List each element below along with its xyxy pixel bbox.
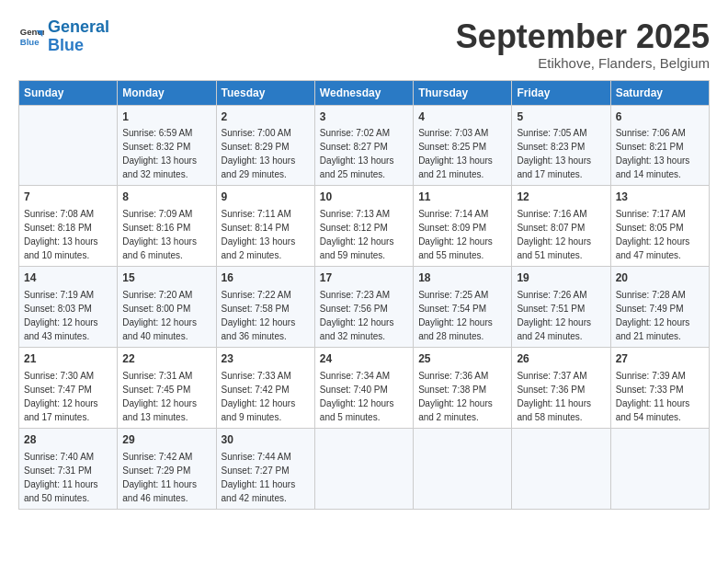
calendar-cell: 10Sunrise: 7:13 AM Sunset: 8:12 PM Dayli…: [314, 186, 413, 267]
calendar-cell: 19Sunrise: 7:26 AM Sunset: 7:51 PM Dayli…: [512, 267, 610, 348]
day-number: 7: [24, 190, 112, 205]
calendar-cell: 29Sunrise: 7:42 AM Sunset: 7:29 PM Dayli…: [118, 428, 216, 509]
day-number: 12: [517, 190, 605, 205]
calendar-cell: 25Sunrise: 7:36 AM Sunset: 7:38 PM Dayli…: [414, 347, 512, 428]
calendar-cell: 15Sunrise: 7:20 AM Sunset: 8:00 PM Dayli…: [118, 267, 216, 348]
day-info: Sunrise: 7:08 AM Sunset: 8:18 PM Dayligh…: [24, 209, 98, 260]
day-info: Sunrise: 7:05 AM Sunset: 8:23 PM Dayligh…: [517, 128, 591, 179]
calendar-cell: [610, 428, 709, 509]
day-number: 19: [517, 270, 605, 286]
logo-text: General Blue: [48, 18, 109, 55]
logo-icon: General Blue: [18, 24, 44, 50]
day-number: 26: [517, 351, 605, 367]
location-subtitle: Etikhove, Flanders, Belgium: [456, 55, 710, 71]
day-info: Sunrise: 7:03 AM Sunset: 8:25 PM Dayligh…: [418, 128, 493, 179]
calendar-cell: 13Sunrise: 7:17 AM Sunset: 8:05 PM Dayli…: [610, 186, 709, 267]
calendar-cell: 18Sunrise: 7:25 AM Sunset: 7:54 PM Dayli…: [414, 267, 512, 348]
calendar-cell: 24Sunrise: 7:34 AM Sunset: 7:40 PM Dayli…: [314, 347, 413, 428]
day-number: 6: [616, 109, 704, 125]
weekday-header-sunday: Sunday: [19, 80, 118, 105]
month-title: September 2025: [456, 18, 710, 55]
calendar-cell: 3Sunrise: 7:02 AM Sunset: 8:27 PM Daylig…: [314, 105, 413, 186]
logo: General Blue General Blue: [18, 18, 109, 55]
day-info: Sunrise: 7:26 AM Sunset: 7:51 PM Dayligh…: [517, 290, 591, 341]
day-number: 21: [24, 351, 112, 367]
day-info: Sunrise: 7:11 AM Sunset: 8:14 PM Dayligh…: [222, 209, 296, 260]
day-info: Sunrise: 7:30 AM Sunset: 7:47 PM Dayligh…: [24, 371, 98, 422]
day-info: Sunrise: 7:37 AM Sunset: 7:36 PM Dayligh…: [517, 371, 591, 422]
calendar-cell: 27Sunrise: 7:39 AM Sunset: 7:33 PM Dayli…: [610, 347, 709, 428]
calendar-cell: [314, 428, 413, 509]
calendar-cell: 14Sunrise: 7:19 AM Sunset: 8:03 PM Dayli…: [19, 267, 118, 348]
title-block: September 2025 Etikhove, Flanders, Belgi…: [456, 18, 710, 71]
week-row-4: 21Sunrise: 7:30 AM Sunset: 7:47 PM Dayli…: [19, 347, 710, 428]
day-info: Sunrise: 7:44 AM Sunset: 7:27 PM Dayligh…: [222, 452, 296, 503]
day-info: Sunrise: 7:17 AM Sunset: 8:05 PM Dayligh…: [616, 209, 690, 260]
day-number: 24: [320, 351, 408, 367]
calendar-cell: 1Sunrise: 6:59 AM Sunset: 8:32 PM Daylig…: [118, 105, 216, 186]
week-row-3: 14Sunrise: 7:19 AM Sunset: 8:03 PM Dayli…: [19, 267, 710, 348]
day-number: 30: [222, 432, 310, 448]
day-number: 8: [122, 190, 210, 205]
calendar-cell: [414, 428, 512, 509]
day-number: 17: [320, 270, 408, 286]
weekday-header-row: SundayMondayTuesdayWednesdayThursdayFrid…: [19, 80, 710, 105]
day-info: Sunrise: 7:13 AM Sunset: 8:12 PM Dayligh…: [320, 209, 394, 260]
calendar-cell: 2Sunrise: 7:00 AM Sunset: 8:29 PM Daylig…: [216, 105, 314, 186]
day-number: 11: [418, 190, 506, 205]
day-number: 1: [122, 109, 210, 125]
day-info: Sunrise: 7:14 AM Sunset: 8:09 PM Dayligh…: [418, 209, 493, 260]
calendar-cell: 26Sunrise: 7:37 AM Sunset: 7:36 PM Dayli…: [512, 347, 610, 428]
calendar-cell: 17Sunrise: 7:23 AM Sunset: 7:56 PM Dayli…: [314, 267, 413, 348]
logo-line2: Blue: [48, 36, 84, 54]
day-info: Sunrise: 7:28 AM Sunset: 7:49 PM Dayligh…: [616, 290, 690, 341]
weekday-header-friday: Friday: [512, 80, 610, 105]
calendar-cell: 28Sunrise: 7:40 AM Sunset: 7:31 PM Dayli…: [19, 428, 118, 509]
day-info: Sunrise: 7:31 AM Sunset: 7:45 PM Dayligh…: [122, 371, 197, 422]
calendar-cell: 7Sunrise: 7:08 AM Sunset: 8:18 PM Daylig…: [19, 186, 118, 267]
calendar-cell: 30Sunrise: 7:44 AM Sunset: 7:27 PM Dayli…: [216, 428, 314, 509]
day-info: Sunrise: 7:34 AM Sunset: 7:40 PM Dayligh…: [320, 371, 394, 422]
day-info: Sunrise: 7:42 AM Sunset: 7:29 PM Dayligh…: [122, 452, 197, 503]
week-row-5: 28Sunrise: 7:40 AM Sunset: 7:31 PM Dayli…: [19, 428, 710, 509]
day-info: Sunrise: 7:19 AM Sunset: 8:03 PM Dayligh…: [24, 290, 98, 341]
svg-text:Blue: Blue: [20, 37, 40, 47]
day-info: Sunrise: 7:06 AM Sunset: 8:21 PM Dayligh…: [616, 128, 690, 179]
logo-line1: General: [48, 17, 109, 36]
calendar-cell: 12Sunrise: 7:16 AM Sunset: 8:07 PM Dayli…: [512, 186, 610, 267]
calendar-cell: 8Sunrise: 7:09 AM Sunset: 8:16 PM Daylig…: [118, 186, 216, 267]
day-number: 3: [320, 109, 408, 125]
day-number: 2: [222, 109, 310, 125]
day-number: 27: [616, 351, 704, 367]
week-row-1: 1Sunrise: 6:59 AM Sunset: 8:32 PM Daylig…: [19, 105, 710, 186]
calendar-cell: 22Sunrise: 7:31 AM Sunset: 7:45 PM Dayli…: [118, 347, 216, 428]
day-info: Sunrise: 7:40 AM Sunset: 7:31 PM Dayligh…: [24, 452, 98, 503]
day-number: 13: [616, 190, 704, 205]
day-number: 5: [517, 109, 605, 125]
day-info: Sunrise: 6:59 AM Sunset: 8:32 PM Dayligh…: [122, 128, 197, 179]
day-info: Sunrise: 7:23 AM Sunset: 7:56 PM Dayligh…: [320, 290, 394, 341]
weekday-header-wednesday: Wednesday: [314, 80, 413, 105]
weekday-header-saturday: Saturday: [610, 80, 709, 105]
day-number: 15: [122, 270, 210, 286]
calendar-cell: [19, 105, 118, 186]
calendar-cell: 16Sunrise: 7:22 AM Sunset: 7:58 PM Dayli…: [216, 267, 314, 348]
day-info: Sunrise: 7:33 AM Sunset: 7:42 PM Dayligh…: [222, 371, 296, 422]
day-number: 22: [122, 351, 210, 367]
weekday-header-tuesday: Tuesday: [216, 80, 314, 105]
weekday-header-monday: Monday: [118, 80, 216, 105]
calendar-cell: 11Sunrise: 7:14 AM Sunset: 8:09 PM Dayli…: [414, 186, 512, 267]
calendar-cell: 21Sunrise: 7:30 AM Sunset: 7:47 PM Dayli…: [19, 347, 118, 428]
day-number: 20: [616, 270, 704, 286]
weekday-header-thursday: Thursday: [414, 80, 512, 105]
calendar-cell: 20Sunrise: 7:28 AM Sunset: 7:49 PM Dayli…: [610, 267, 709, 348]
day-number: 9: [222, 190, 310, 205]
week-row-2: 7Sunrise: 7:08 AM Sunset: 8:18 PM Daylig…: [19, 186, 710, 267]
day-number: 18: [418, 270, 506, 286]
day-info: Sunrise: 7:25 AM Sunset: 7:54 PM Dayligh…: [418, 290, 493, 341]
day-info: Sunrise: 7:16 AM Sunset: 8:07 PM Dayligh…: [517, 209, 591, 260]
day-number: 16: [222, 270, 310, 286]
calendar-cell: [512, 428, 610, 509]
day-number: 10: [320, 190, 408, 205]
calendar-cell: 4Sunrise: 7:03 AM Sunset: 8:25 PM Daylig…: [414, 105, 512, 186]
